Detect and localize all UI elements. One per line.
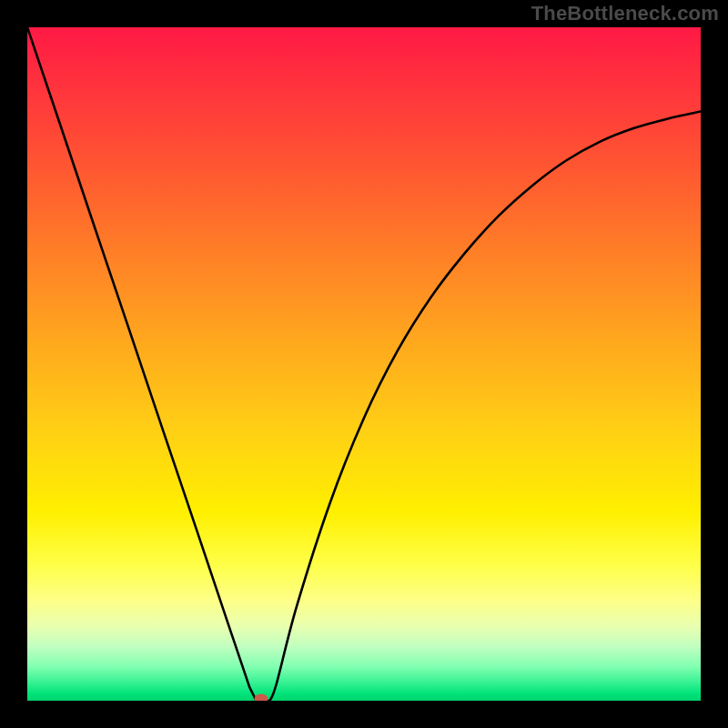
curve-path — [27, 27, 701, 701]
optimum-marker-icon — [254, 693, 268, 701]
chart-frame: TheBottleneck.com — [0, 0, 728, 728]
plot-area — [27, 27, 701, 701]
watermark-text: TheBottleneck.com — [531, 2, 719, 25]
bottleneck-curve — [27, 27, 701, 701]
